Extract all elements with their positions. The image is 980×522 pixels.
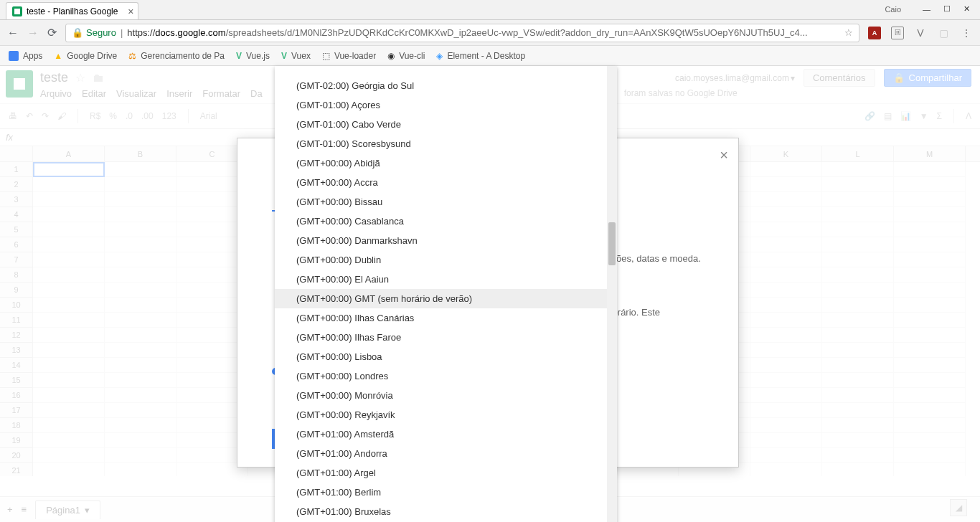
cell[interactable] <box>33 192 105 207</box>
cell[interactable] <box>822 207 894 222</box>
print-icon[interactable]: 🖶 <box>9 111 17 121</box>
cell[interactable] <box>105 373 176 388</box>
menu-formatar[interactable]: Formatar <box>202 88 240 99</box>
cell[interactable] <box>750 162 822 177</box>
cell[interactable] <box>33 313 105 328</box>
star-icon[interactable]: ☆ <box>844 27 853 38</box>
cell[interactable] <box>894 448 966 463</box>
sheet-tab[interactable]: Página1 ▾ <box>35 500 100 519</box>
url-box[interactable]: 🔒 Seguro | https://docs.google.com/sprea… <box>65 24 859 42</box>
row-header[interactable]: 17 <box>0 403 33 418</box>
menu-dados[interactable]: Da <box>250 88 263 99</box>
cell[interactable] <box>33 222 105 237</box>
cell[interactable] <box>894 388 966 403</box>
cell[interactable] <box>33 252 105 267</box>
row-header[interactable]: 15 <box>0 373 33 388</box>
cell[interactable] <box>894 373 966 388</box>
timezone-option[interactable]: (GMT+00:00) Londres <box>275 366 617 386</box>
cell[interactable] <box>750 358 822 373</box>
menu-visualizar[interactable]: Visualizar <box>116 88 156 99</box>
cell[interactable] <box>33 267 105 283</box>
decimal-dec[interactable]: .0 <box>126 111 133 121</box>
cell[interactable] <box>894 433 966 448</box>
close-window-icon[interactable]: ✕ <box>963 4 970 14</box>
timezone-option[interactable]: (GMT+00:00) Monróvia <box>275 386 617 405</box>
cell[interactable] <box>822 222 894 237</box>
scrollbar-thumb[interactable] <box>608 222 616 265</box>
cell[interactable] <box>894 298 966 313</box>
cell[interactable] <box>105 358 176 373</box>
cell[interactable] <box>822 463 894 476</box>
bookmark-drive[interactable]: ▲Google Drive <box>54 51 117 61</box>
col-header[interactable]: M <box>894 146 966 161</box>
cell[interactable] <box>822 343 894 358</box>
cell[interactable] <box>822 298 894 313</box>
row-header[interactable]: 6 <box>0 237 33 252</box>
cell[interactable] <box>894 328 966 343</box>
timezone-option[interactable]: (GMT+00:00) Bissau <box>275 192 617 212</box>
comments-button[interactable]: Comentários <box>804 69 875 87</box>
bookmark-apps[interactable]: Apps <box>9 51 42 61</box>
row-header[interactable]: 18 <box>0 418 33 433</box>
cell[interactable] <box>33 448 105 463</box>
col-header[interactable]: B <box>105 146 176 161</box>
cell[interactable] <box>33 403 105 418</box>
menu-icon[interactable]: ⋮ <box>960 27 973 39</box>
timezone-option[interactable]: (GMT+00:00) Lisboa <box>275 347 617 366</box>
cell[interactable] <box>750 207 822 222</box>
cell[interactable] <box>750 192 822 207</box>
cell[interactable] <box>105 283 176 298</box>
minimize-icon[interactable]: — <box>923 5 930 14</box>
bookmark-vueloader[interactable]: ⬚Vue-loader <box>322 51 376 61</box>
chart-icon[interactable]: 📊 <box>900 111 911 121</box>
cell[interactable] <box>822 177 894 192</box>
cell[interactable] <box>105 237 176 252</box>
dropdown-scrollbar[interactable] <box>607 66 617 522</box>
cell[interactable] <box>750 448 822 463</box>
cell[interactable] <box>894 222 966 237</box>
cell[interactable] <box>105 298 176 313</box>
cell[interactable] <box>33 373 105 388</box>
cell[interactable] <box>750 403 822 418</box>
comment-icon[interactable]: ▤ <box>884 111 892 121</box>
cell[interactable] <box>750 222 822 237</box>
cell[interactable] <box>33 162 105 177</box>
cell[interactable] <box>105 177 176 192</box>
timezone-option[interactable]: (GMT+00:00) Accra <box>275 173 617 192</box>
cell[interactable] <box>750 267 822 283</box>
cell[interactable] <box>105 433 176 448</box>
pdf-ext-icon[interactable]: A <box>868 27 881 39</box>
doc-title[interactable]: teste <box>40 70 68 85</box>
cell[interactable] <box>750 237 822 252</box>
col-header[interactable]: A <box>33 146 105 161</box>
cell[interactable] <box>750 388 822 403</box>
functions-icon[interactable]: Σ <box>937 111 942 121</box>
cell[interactable] <box>894 162 966 177</box>
cell[interactable] <box>33 328 105 343</box>
cell[interactable] <box>33 207 105 222</box>
menu-editar[interactable]: Editar <box>82 88 106 99</box>
cell[interactable] <box>105 328 176 343</box>
timezone-option[interactable]: (GMT+00:00) El Aaiun <box>275 270 617 289</box>
cell[interactable] <box>894 463 966 476</box>
ext-icon-2[interactable]: 回 <box>891 27 904 39</box>
folder-icon[interactable]: 🖿 <box>93 72 104 85</box>
undo-icon[interactable]: ↶ <box>26 111 33 121</box>
row-header[interactable]: 19 <box>0 433 33 448</box>
timezone-option[interactable]: (GMT-01:00) Cabo Verde <box>275 115 617 134</box>
cell[interactable] <box>894 207 966 222</box>
font-selector[interactable]: Arial <box>200 111 217 121</box>
cell[interactable] <box>105 388 176 403</box>
cell[interactable] <box>894 418 966 433</box>
cell[interactable] <box>894 252 966 267</box>
timezone-option[interactable]: (GMT-01:00) Scoresbysund <box>275 134 617 153</box>
timezone-option[interactable]: (GMT+01:00) Amsterdã <box>275 424 617 444</box>
timezone-option[interactable]: (GMT+01:00) Argel <box>275 463 617 483</box>
timezone-option[interactable]: (GMT+01:00) Andorra <box>275 444 617 463</box>
row-header[interactable]: 10 <box>0 298 33 313</box>
col-header[interactable]: L <box>822 146 894 161</box>
timezone-option[interactable]: (GMT-02:00) Geórgia do Sul <box>275 76 617 95</box>
cell[interactable] <box>750 433 822 448</box>
row-header[interactable]: 13 <box>0 343 33 358</box>
cell[interactable] <box>33 418 105 433</box>
